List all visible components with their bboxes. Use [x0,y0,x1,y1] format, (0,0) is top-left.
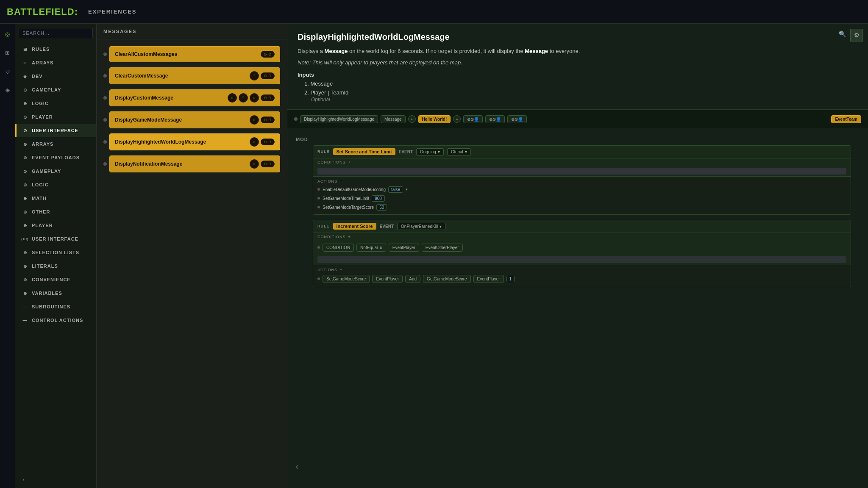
event-type-dropdown-2[interactable]: OnPlayerEarnedKill ▾ [397,223,445,230]
sidebar-item-convenience[interactable]: ⊕ CONVENIENCE [15,273,96,286]
sidebar-item-variables[interactable]: ⊕ VARIABLES [15,286,96,300]
sidebar-item-logic2[interactable]: ⊕ LOGIC [15,178,96,191]
node-ctrl-pill2[interactable]: ⊕⊙👤 [485,115,505,123]
act-label-add: Add [409,277,417,281]
act-val-1[interactable]: 1 [506,276,515,282]
ctrl-circle-btn2[interactable]: ○ [250,93,259,103]
ctrl-question-btn[interactable]: ? [250,71,259,80]
sidebar-item-selection-lists[interactable]: ⊕ SELECTION LISTS [15,246,96,259]
act-pill-getgame[interactable]: GetGameModeScore [423,275,471,283]
sidebar-list: ⊞ RULES ≡ ARRAYS ◈ DEV ⊙ GAMEPLAY ⊕ LOGI… [15,42,96,471]
ctrl-circle-btn1[interactable]: ○ [228,93,237,103]
ctrl-pair-notif[interactable]: ⊙ ⊙ [261,161,275,167]
sidebar-item-ui2[interactable]: (UI) USER INTERFACE [15,232,96,246]
msg-card-highlighted[interactable]: DisplayHighlightedWorldLogMessage ○ ⊙ ⊙ [109,133,280,150]
sidebar-item-player[interactable]: ⊙ PLAYER [15,110,96,124]
msg-card-clearall[interactable]: ClearAllCustomMessages ⊙ ⊙ [109,46,280,62]
plus-icon-2[interactable]: + [348,235,351,239]
settings-button[interactable]: ⚙ [850,29,863,42]
sidebar-item-gameplay2[interactable]: ⊙ GAMEPLAY [15,164,96,178]
ctrl-pair[interactable]: ⊙ ⊙ [261,72,275,79]
action-val-1[interactable]: false [388,186,403,193]
sidebar-label-conv: CONVENIENCE [32,277,71,282]
action-val-2[interactable]: 900 [372,195,385,202]
ctrl-circle-btn3[interactable]: ○ [250,115,259,125]
sidebar-item-other[interactable]: ⊕ OTHER [15,205,96,219]
msg-controls: ? ⊙ ⊙ [250,71,275,80]
msg-card-displaycustom[interactable]: DisplayCustomMessage ○ ? ○ ⊙ ⊙ [109,89,280,106]
sidebar-item-subroutines[interactable]: — SUBROUTINES [15,300,96,313]
ctrl-circle-btn4[interactable]: ○ [250,137,259,147]
icon-nav3[interactable]: ◇ [3,66,13,76]
cond-pill-condition[interactable]: CONDITION [323,244,354,252]
sl-icon: ⊕ [22,249,28,256]
ctrl-circle-btn5[interactable]: ○ [250,159,259,169]
sidebar-label-ui: USER INTERFACE [32,128,78,133]
rule-name-pill-1[interactable]: Set Score and Time Limit [333,148,395,155]
sidebar-item-rules[interactable]: ⊞ RULES [15,42,96,56]
condition-placeholder [317,168,846,175]
node-value-pill[interactable]: Hello World! [418,115,451,123]
rule-block-1: RULE Set Score and Time Limit EVENT Ongo… [313,145,851,292]
scope-dropdown-1[interactable]: Global ▾ [447,148,471,155]
icon-nav4[interactable]: ◈ [3,85,13,95]
msg-dot [103,162,107,166]
msg-controls: ⊙ ⊙ [261,51,275,58]
ctrl-question-btn2[interactable]: ? [239,93,248,103]
mod-label: MOD [296,137,308,142]
sidebar-item-gameplay[interactable]: ⊙ GAMEPLAY [15,83,96,97]
cond-dot-1 [317,246,320,249]
cond-pill-eventother[interactable]: EventOtherPlayer [422,244,463,252]
sidebar-item-arrays2[interactable]: ⊕ ARRAYS [15,137,96,151]
sidebar-item-literals[interactable]: ⊕ LITERALS [15,259,96,273]
sidebar-item-event-payloads[interactable]: ⊕ EVENT PAYLOADS [15,151,96,164]
node-connector-dot [294,117,298,121]
action-label-1: EnableDefaultGameModeScoring [323,187,386,192]
plus-icon-actions-2[interactable]: + [340,268,342,272]
sidebar-item-player2[interactable]: ⊕ PLAYER [15,219,96,232]
ctrl-pair-highlighted[interactable]: ⊙ ⊙ [261,139,275,145]
icon-bar: ◎ ⊞ ◇ ◈ [0,24,15,488]
ctrl-pair[interactable]: ⊙ ⊙ [261,94,275,101]
sidebar-label-ui2: USER INTERFACE [32,236,78,241]
sidebar-item-logic[interactable]: ⊕ LOGIC [15,97,96,110]
sidebar-collapse-btn[interactable]: › [19,474,29,485]
sidebar-item-dev[interactable]: ◈ DEV [15,69,96,83]
act-pill-ep2[interactable]: EventPlayer [473,275,504,283]
rule-name-pill-2[interactable]: Increment Score [333,223,376,230]
plus-icon-1[interactable]: + [348,160,351,164]
act-pill-add[interactable]: Add [405,275,420,283]
scroll-left-arrow[interactable]: ‹ [296,462,298,471]
sidebar-item-math[interactable]: ⊕ MATH [15,191,96,205]
search-icon[interactable]: 🔍 [839,30,846,37]
msg-card-notification[interactable]: DisplayNotificationMessage ○ ⊙ ⊙ [109,155,280,172]
nav-experiences[interactable]: EXPERIENCES [88,8,136,15]
sidebar-item-arrays[interactable]: ≡ ARRAYS [15,56,96,69]
sidebar-item-control-actions[interactable]: — CONTROL ACTIONS [15,313,96,327]
search-input[interactable] [19,28,93,38]
node-ctrl-pill3[interactable]: ⊕⊙👤 [507,115,527,123]
node-name-pill[interactable]: DisplayHighlightedWorldLogMessage [300,115,378,123]
action-label-2: SetGameModeTimeLimit [323,196,369,201]
sidebar-item-user-interface[interactable]: ⊙ USER INTERFACE [15,124,96,137]
icon-nav2[interactable]: ⊞ [3,47,13,58]
ctrl-icon1: ⊙ [264,140,267,144]
ctrl-pair[interactable]: ⊙ ⊙ [261,116,275,123]
sidebar-label-var: VARIABLES [32,291,62,296]
node-end-pill[interactable]: EventTeam [831,115,861,123]
cond-pill-notequal[interactable]: NotEqualTo [356,244,386,252]
act-pill-ep[interactable]: EventPlayer [372,275,403,283]
ctrl-pair[interactable]: ⊙ ⊙ [261,51,275,58]
action-val-3[interactable]: 50 [376,204,387,211]
node-ctrl-pill1[interactable]: ⊕⊙👤 [463,115,483,123]
node-message-pill[interactable]: Message [381,115,406,123]
msg-card-clearcustom[interactable]: ClearCustomMessage ? ⊙ ⊙ [109,67,280,84]
plus-icon-actions-1[interactable]: + [340,179,342,183]
cond-pill-eventplayer[interactable]: EventPlayer [389,244,419,252]
ctrl-icon1: ⊙ [264,118,267,122]
event-type-dropdown-1[interactable]: Ongoing ▾ [416,148,444,155]
msg-card-gamemodemsg[interactable]: DisplayGameModeMessage ○ ⊙ ⊙ [109,111,280,128]
icon-home[interactable]: ◎ [3,29,13,39]
act-pill-setgame[interactable]: SetGameModeScore [323,275,370,283]
battlefield-logo: BATTLEFIELD: [7,6,78,17]
